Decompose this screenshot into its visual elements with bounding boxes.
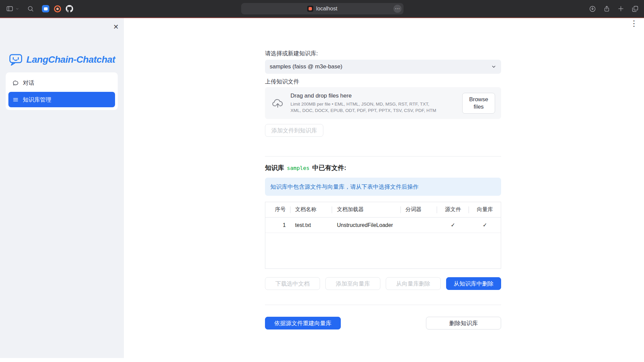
extension-icon-blue[interactable] <box>42 5 49 12</box>
upload-section-label: 上传知识文件 <box>265 78 299 85</box>
github-icon[interactable] <box>66 5 73 12</box>
divider <box>265 156 501 157</box>
kb-select-value: samples (faiss @ m3e-base) <box>270 63 342 70</box>
kb-files-heading-suffix: 中已有文件: <box>311 164 346 171</box>
kb-list-icon <box>12 97 19 103</box>
new-tab-icon[interactable] <box>618 5 624 12</box>
select-chevron-icon <box>491 64 496 69</box>
download-selected-button[interactable]: 下载选中文档 <box>265 277 320 290</box>
col-header-splitter: 分词器 <box>401 202 437 217</box>
col-header-loader: 文档加载器 <box>332 202 400 217</box>
row-splitter <box>401 218 437 233</box>
files-table-header: 序号 文档名称 文档加载器 分词器 源文件 向量库 <box>265 202 501 218</box>
main-menu-icon[interactable]: ⋮ <box>630 19 638 27</box>
file-dropzone[interactable]: Drag and drop files here Limit 200MB per… <box>265 87 501 119</box>
nav-item-chat-label: 对话 <box>23 79 34 87</box>
row-vector-check: ✓ <box>469 218 501 233</box>
delete-from-kb-button[interactable]: 从知识库中删除 <box>446 277 501 290</box>
delete-kb-button[interactable]: 删除知识库 <box>426 317 501 329</box>
files-table: 序号 文档名称 文档加载器 分词器 源文件 向量库 1 test.txt Uns… <box>265 202 501 269</box>
nav-item-chat[interactable]: 对话 <box>8 75 115 90</box>
kb-select[interactable]: samples (faiss @ m3e-base) <box>265 60 501 74</box>
sidebar-toggle-button[interactable] <box>6 5 19 12</box>
col-header-source: 源文件 <box>437 202 469 217</box>
info-banner-text: 知识库中包含源文件与向量库，请从下表中选择文件后操作 <box>270 183 419 191</box>
row-index: 1 <box>265 218 290 233</box>
kb-select-label: 请选择或新建知识库: <box>265 50 318 57</box>
app-sidebar: ✕ LangChain-Chatchat 对话 知识库管理 <box>0 18 124 358</box>
kb-action-buttons: 依据源文件重建向量库 删除知识库 <box>265 317 501 329</box>
nav-item-kb-label: 知识库管理 <box>23 96 51 104</box>
table-row[interactable]: 1 test.txt UnstructuredFileLoader ✓ ✓ <box>265 218 501 233</box>
sidebar-close-icon[interactable]: ✕ <box>113 23 119 31</box>
kb-files-heading-prefix: 知识库 <box>265 164 286 171</box>
cloud-upload-icon <box>271 98 284 109</box>
main-content: 请选择或新建知识库: samples (faiss @ m3e-base) 上传… <box>265 0 501 362</box>
sidebar-toggle-icon <box>6 5 13 12</box>
divider <box>265 305 501 305</box>
extension-icon-record-dot <box>56 8 59 10</box>
dropzone-title: Drag and drop files here <box>290 93 456 99</box>
rebuild-vector-store-button[interactable]: 依据源文件重建向量库 <box>265 317 341 329</box>
downloads-icon[interactable] <box>589 5 596 12</box>
col-header-index: 序号 <box>265 202 290 217</box>
col-header-vector: 向量库 <box>469 202 501 217</box>
app-logo-icon <box>8 53 23 66</box>
search-icon[interactable] <box>27 5 34 12</box>
dropzone-instructions: Drag and drop files here Limit 200MB per… <box>290 93 456 114</box>
chevron-down-icon <box>15 7 19 11</box>
file-action-buttons: 下载选中文档 添加至向量库 从向量库删除 从知识库中删除 <box>265 277 501 290</box>
add-to-kb-button[interactable]: 添加文件到知识库 <box>265 124 323 137</box>
info-banner: 知识库中包含源文件与向量库，请从下表中选择文件后操作 <box>265 178 501 196</box>
dropzone-limit-text: Limit 200MB per file • EML, HTML, JSON, … <box>290 101 438 114</box>
kb-name-code: samples <box>286 165 310 171</box>
extension-icon-blue-glyph <box>44 7 48 10</box>
chat-bubble-icon <box>12 80 19 86</box>
sidebar-nav: 对话 知识库管理 <box>6 72 118 110</box>
col-header-name: 文档名称 <box>290 202 332 217</box>
remove-from-vector-button[interactable]: 从向量库删除 <box>386 277 441 290</box>
app-logo: LangChain-Chatchat <box>0 53 123 66</box>
tab-overview-icon[interactable] <box>632 5 639 12</box>
kb-files-heading: 知识库 samples 中已有文件: <box>265 164 346 172</box>
browse-files-button[interactable]: Browse files <box>462 93 495 114</box>
row-source-check: ✓ <box>437 218 469 233</box>
extension-icon-record[interactable] <box>54 5 61 12</box>
add-to-vector-button[interactable]: 添加至向量库 <box>325 277 380 290</box>
nav-item-knowledge-base[interactable]: 知识库管理 <box>8 92 115 107</box>
app-logo-text: LangChain-Chatchat <box>26 54 115 65</box>
row-file-name: test.txt <box>290 218 332 233</box>
row-loader: UnstructuredFileLoader <box>332 218 400 233</box>
share-icon[interactable] <box>603 5 610 12</box>
